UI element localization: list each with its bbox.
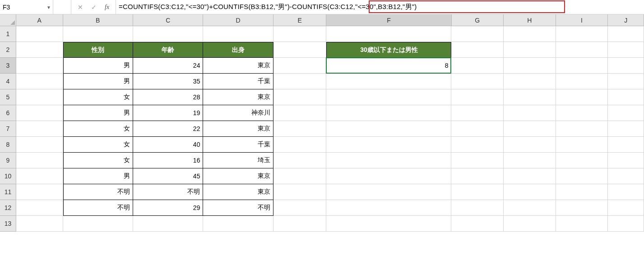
cell-J2[interactable]	[608, 42, 644, 58]
cell-H1[interactable]	[504, 26, 556, 42]
row-header-12[interactable]: 12	[0, 200, 16, 216]
name-box[interactable]	[3, 4, 50, 11]
cell-H2[interactable]	[504, 42, 556, 58]
cell-H9[interactable]	[504, 153, 556, 168]
cell-C5[interactable]: 28	[133, 89, 203, 105]
cell-E4[interactable]	[273, 74, 327, 89]
row-header-6[interactable]: 6	[0, 105, 16, 121]
cell-J5[interactable]	[608, 89, 644, 105]
cell-F4[interactable]	[326, 74, 451, 89]
cell-B3[interactable]: 男	[63, 58, 133, 74]
row-header-1[interactable]: 1	[0, 26, 16, 42]
row-header-5[interactable]: 5	[0, 89, 16, 105]
cell-H5[interactable]	[504, 89, 556, 105]
cell-A4[interactable]	[16, 74, 63, 89]
col-header-D[interactable]: D	[203, 14, 273, 26]
cell-E3[interactable]	[273, 58, 327, 74]
cell-D6[interactable]: 神奈川	[203, 105, 273, 121]
cell-E5[interactable]	[273, 89, 327, 105]
cell-H12[interactable]	[504, 200, 556, 216]
cancel-icon[interactable]: ✕	[78, 4, 83, 11]
cell-J12[interactable]	[608, 200, 644, 216]
cell-G8[interactable]	[451, 137, 504, 153]
row-header-2[interactable]: 2	[0, 42, 16, 58]
cell-E10[interactable]	[273, 168, 327, 184]
cell-D10[interactable]: 東京	[203, 168, 273, 184]
cell-H10[interactable]	[504, 168, 556, 184]
cell-B7[interactable]: 女	[63, 121, 133, 137]
cell-D7[interactable]: 東京	[203, 121, 273, 137]
cell-B1[interactable]	[63, 26, 133, 42]
fx-icon[interactable]: fx	[105, 4, 109, 11]
cell-H4[interactable]	[504, 74, 556, 89]
cell-D8[interactable]: 千葉	[203, 137, 273, 153]
cell-G12[interactable]	[451, 200, 504, 216]
cell-B11[interactable]: 不明	[63, 184, 133, 200]
cell-H13[interactable]	[504, 216, 556, 232]
cell-C2[interactable]: 年齢	[133, 42, 203, 58]
cell-A7[interactable]	[16, 121, 63, 137]
cell-H7[interactable]	[504, 121, 556, 137]
cell-D13[interactable]	[203, 216, 273, 232]
cell-C13[interactable]	[133, 216, 203, 232]
cell-J10[interactable]	[608, 168, 644, 184]
col-header-E[interactable]: E	[273, 14, 327, 26]
cell-F9[interactable]	[326, 153, 451, 168]
cell-J1[interactable]	[608, 26, 644, 42]
cell-J3[interactable]	[608, 58, 644, 74]
cell-A10[interactable]	[16, 168, 63, 184]
cell-I10[interactable]	[556, 168, 608, 184]
name-box-container[interactable]: ▼	[0, 0, 53, 14]
cell-E11[interactable]	[273, 184, 327, 200]
cell-I4[interactable]	[556, 74, 608, 89]
cell-G6[interactable]	[451, 105, 504, 121]
cell-F7[interactable]	[326, 121, 451, 137]
cell-A13[interactable]	[16, 216, 63, 232]
cell-E7[interactable]	[273, 121, 327, 137]
cell-B9[interactable]: 女	[63, 153, 133, 168]
cell-F6[interactable]	[326, 105, 451, 121]
cell-D9[interactable]: 埼玉	[203, 153, 273, 168]
cell-A5[interactable]	[16, 89, 63, 105]
cell-F3[interactable]: 8	[326, 58, 451, 74]
cell-C1[interactable]	[133, 26, 203, 42]
cell-G13[interactable]	[451, 216, 504, 232]
row-header-3[interactable]: 3	[0, 58, 16, 74]
cell-A12[interactable]	[16, 200, 63, 216]
cell-I11[interactable]	[556, 184, 608, 200]
cell-J8[interactable]	[608, 137, 644, 153]
cell-G1[interactable]	[451, 26, 504, 42]
cell-G4[interactable]	[451, 74, 504, 89]
cell-D3[interactable]: 東京	[203, 58, 273, 74]
cell-D4[interactable]: 千葉	[203, 74, 273, 89]
cell-I13[interactable]	[556, 216, 608, 232]
cell-G5[interactable]	[451, 89, 504, 105]
cell-B13[interactable]	[63, 216, 133, 232]
cell-H3[interactable]	[504, 58, 556, 74]
row-header-4[interactable]: 4	[0, 74, 16, 89]
cell-E1[interactable]	[273, 26, 327, 42]
cell-D11[interactable]: 東京	[203, 184, 273, 200]
cell-I1[interactable]	[556, 26, 608, 42]
cell-I7[interactable]	[556, 121, 608, 137]
cell-D5[interactable]: 東京	[203, 89, 273, 105]
cell-A9[interactable]	[16, 153, 63, 168]
row-header-8[interactable]: 8	[0, 137, 16, 153]
cell-F11[interactable]	[326, 184, 451, 200]
row-header-10[interactable]: 10	[0, 168, 16, 184]
cell-A3[interactable]	[16, 58, 63, 74]
cell-A2[interactable]	[16, 42, 63, 58]
cell-G3[interactable]	[451, 58, 504, 74]
cell-H6[interactable]	[504, 105, 556, 121]
select-all-corner[interactable]	[0, 14, 16, 26]
cell-B6[interactable]: 男	[63, 105, 133, 121]
cell-B5[interactable]: 女	[63, 89, 133, 105]
enter-icon[interactable]: ✓	[91, 4, 97, 11]
row-header-9[interactable]: 9	[0, 153, 16, 168]
col-header-J[interactable]: J	[608, 14, 644, 26]
col-header-F[interactable]: F	[326, 14, 451, 26]
cell-C8[interactable]: 40	[133, 137, 203, 153]
cell-C7[interactable]: 22	[133, 121, 203, 137]
cell-D2[interactable]: 出身	[203, 42, 273, 58]
cell-H11[interactable]	[504, 184, 556, 200]
